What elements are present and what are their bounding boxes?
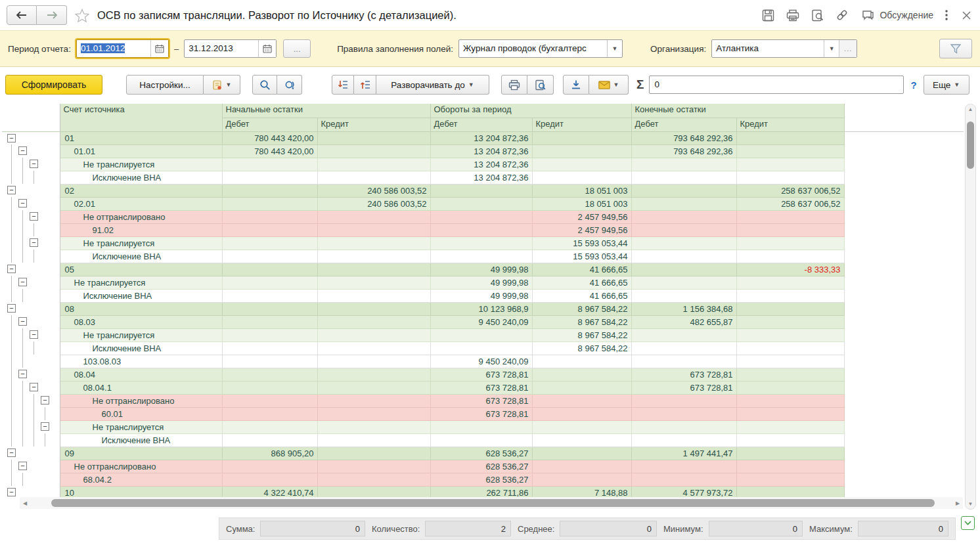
end-credit-cell[interactable]: [736, 381, 844, 394]
account-cell[interactable]: Исключение ВНА: [60, 250, 222, 263]
begin-credit-cell[interactable]: [317, 223, 430, 236]
period-options-button[interactable]: ...: [283, 39, 311, 58]
end-credit-cell[interactable]: 258 637 006,52: [736, 184, 844, 197]
period-to-field[interactable]: 31.12.2013: [184, 39, 277, 58]
autosum-field[interactable]: 0: [649, 76, 904, 94]
account-cell[interactable]: Не транслируется: [60, 420, 222, 433]
end-credit-cell[interactable]: [736, 250, 844, 263]
end-credit-cell[interactable]: [736, 447, 844, 460]
turnover-credit-cell[interactable]: [532, 394, 631, 407]
begin-debit-cell[interactable]: 780 443 420,00: [222, 131, 317, 144]
close-button[interactable]: [960, 11, 973, 20]
end-credit-cell[interactable]: [736, 420, 844, 433]
account-cell[interactable]: Не оттранслировано: [60, 394, 222, 407]
fill-rules-select[interactable]: Журнал проводок (бухгалтерс ▼: [458, 39, 623, 58]
turnover-credit-cell[interactable]: 2 457 949,56: [532, 223, 631, 236]
turnover-credit-cell[interactable]: [532, 171, 631, 184]
tree-expander[interactable]: −: [7, 265, 16, 273]
tree-expander[interactable]: −: [30, 330, 38, 339]
end-debit-cell[interactable]: [631, 341, 736, 355]
report-variants-button[interactable]: ▼: [204, 75, 240, 95]
end-credit-cell[interactable]: [736, 433, 844, 447]
end-debit-cell[interactable]: 482 655,87: [631, 315, 736, 328]
tree-expander[interactable]: −: [18, 370, 27, 378]
preview-button[interactable]: [811, 9, 824, 22]
account-cell[interactable]: 08.03: [60, 315, 222, 328]
end-credit-cell[interactable]: -8 333,33: [736, 263, 844, 276]
horizontal-scroll-thumb[interactable]: [51, 499, 935, 507]
turnover-credit-cell[interactable]: 18 051 003: [532, 197, 631, 210]
turnover-debit-cell[interactable]: 9 450 240,09: [430, 315, 532, 328]
account-cell[interactable]: 68.04.2: [60, 473, 222, 486]
save-file-button[interactable]: [563, 75, 589, 95]
account-cell[interactable]: Не оттранслировано: [60, 210, 222, 223]
period-from-value[interactable]: 01.01.2012: [77, 40, 150, 57]
tree-expander[interactable]: −: [7, 449, 16, 457]
begin-debit-cell[interactable]: [222, 433, 317, 447]
turnover-credit-cell[interactable]: [532, 158, 631, 171]
end-debit-cell[interactable]: [631, 184, 736, 197]
end-debit-cell[interactable]: [631, 210, 736, 223]
begin-debit-cell[interactable]: [222, 460, 317, 473]
begin-credit-cell[interactable]: [317, 315, 430, 328]
begin-credit-cell[interactable]: [317, 420, 430, 433]
turnover-credit-cell[interactable]: [532, 473, 631, 486]
turnover-debit-cell[interactable]: 49 999,98: [430, 289, 532, 302]
account-cell[interactable]: 08.04.1: [60, 381, 222, 394]
begin-credit-cell[interactable]: [317, 171, 430, 184]
turnover-credit-cell[interactable]: 2 457 949,56: [532, 210, 631, 223]
end-debit-cell[interactable]: [631, 263, 736, 276]
begin-credit-cell[interactable]: [317, 210, 430, 223]
end-credit-cell[interactable]: [736, 368, 844, 381]
end-credit-cell[interactable]: [736, 144, 844, 158]
dropdown-arrow-icon[interactable]: ▼: [607, 40, 622, 57]
turnover-debit-cell[interactable]: [430, 197, 532, 210]
turnover-debit-cell[interactable]: [430, 433, 532, 447]
end-credit-cell[interactable]: [736, 328, 844, 341]
tree-expander[interactable]: −: [7, 134, 16, 142]
begin-credit-cell[interactable]: [317, 263, 430, 276]
account-cell[interactable]: Исключение ВНА: [60, 171, 222, 184]
end-credit-cell[interactable]: [736, 276, 844, 289]
account-cell[interactable]: 91.02: [60, 223, 222, 236]
tree-expander[interactable]: −: [7, 186, 16, 194]
begin-debit-cell[interactable]: [222, 368, 317, 381]
begin-debit-cell[interactable]: [222, 276, 317, 289]
turnover-credit-cell[interactable]: 8 967 584,22: [532, 302, 631, 315]
begin-credit-cell[interactable]: [317, 394, 430, 407]
settings-button[interactable]: Настройки...: [126, 75, 204, 95]
discussion-button[interactable]: Обсуждение: [860, 9, 933, 22]
end-debit-cell[interactable]: [631, 158, 736, 171]
print-preview-button[interactable]: [527, 75, 554, 95]
tree-expander[interactable]: −: [41, 396, 49, 405]
dropdown-arrow-icon[interactable]: ▼: [824, 40, 839, 57]
turnover-debit-cell[interactable]: [430, 328, 532, 341]
turnover-debit-cell[interactable]: 628 536,27: [430, 447, 532, 460]
turnover-credit-cell[interactable]: [532, 368, 631, 381]
begin-debit-cell[interactable]: 780 443 420,00: [222, 144, 317, 158]
turnover-debit-cell[interactable]: 49 999,98: [430, 276, 532, 289]
period-from-field[interactable]: 01.01.2012: [76, 39, 169, 58]
back-button[interactable]: [7, 5, 37, 25]
turnover-credit-cell[interactable]: [532, 144, 631, 158]
begin-debit-cell[interactable]: [222, 171, 317, 184]
end-debit-cell[interactable]: 673 728,81: [631, 381, 736, 394]
scroll-left-arrow-icon[interactable]: ◀: [20, 500, 30, 506]
begin-credit-cell[interactable]: [317, 341, 430, 355]
account-cell[interactable]: Исключение ВНА: [60, 433, 222, 447]
begin-credit-cell[interactable]: [317, 407, 430, 420]
end-debit-cell[interactable]: [631, 394, 736, 407]
collapse-rows-button[interactable]: [354, 75, 376, 95]
generate-button[interactable]: Сформировать: [5, 75, 102, 95]
account-cell[interactable]: 103.08.03: [60, 355, 222, 368]
begin-debit-cell[interactable]: [222, 197, 317, 210]
tree-expander[interactable]: −: [18, 278, 27, 286]
begin-debit-cell[interactable]: [222, 341, 317, 355]
more-menu-button[interactable]: [945, 10, 948, 20]
end-debit-cell[interactable]: [631, 473, 736, 486]
begin-debit-cell[interactable]: 868 905,20: [222, 447, 317, 460]
end-credit-cell[interactable]: [736, 236, 844, 250]
tree-expander[interactable]: −: [30, 383, 38, 391]
turnover-debit-cell[interactable]: 13 204 872,36: [430, 144, 532, 158]
end-credit-cell[interactable]: 258 637 006,52: [736, 197, 844, 210]
